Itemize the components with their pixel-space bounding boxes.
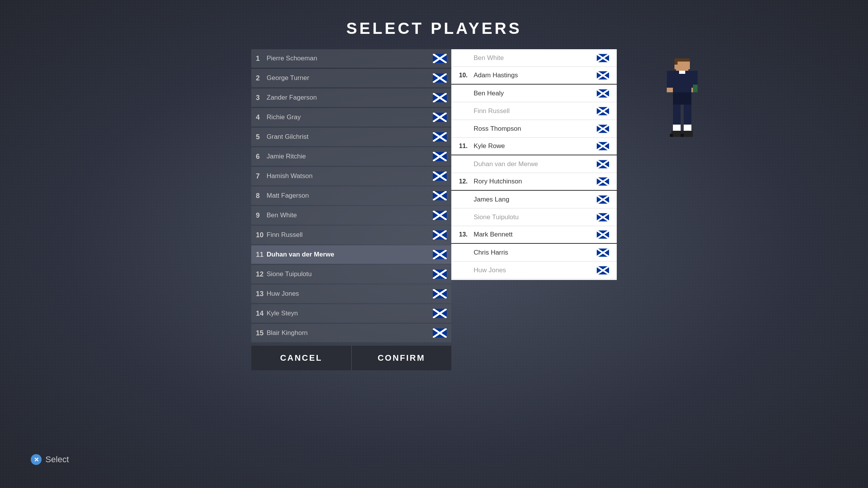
- row-name: Huw Jones: [267, 290, 433, 298]
- right-player-row[interactable]: Chris Harris: [451, 244, 617, 261]
- page-title: SELECT PLAYERS: [0, 0, 868, 38]
- row-name: Jamie Ritchie: [267, 153, 433, 160]
- scotland-flag-icon: [433, 289, 447, 298]
- player-name: Mark Bennett: [474, 231, 597, 238]
- scotland-flag-icon: [597, 107, 609, 115]
- row-number: 11: [256, 251, 267, 259]
- scotland-flag-icon: [433, 309, 447, 318]
- left-player-row[interactable]: 6 Jamie Ritchie: [251, 147, 451, 166]
- row-number: 2: [256, 74, 267, 82]
- left-player-row[interactable]: 1 Pierre Schoeman: [251, 49, 451, 68]
- row-name: Finn Russell: [267, 231, 433, 239]
- right-player-row[interactable]: Sione Tuipulotu: [451, 208, 617, 226]
- left-player-row[interactable]: 2 George Turner: [251, 69, 451, 87]
- scotland-flag-icon: [433, 270, 447, 279]
- svg-rect-160: [693, 85, 698, 92]
- position-number: 10.: [459, 72, 474, 79]
- scotland-flag-icon: [433, 230, 447, 240]
- player-name: Ben Healy: [474, 90, 597, 97]
- hint-label: Select: [45, 455, 69, 465]
- scotland-flag-icon: [597, 142, 609, 150]
- left-player-row[interactable]: 15 Blair Kinghorn: [251, 324, 451, 342]
- position-number: 13.: [459, 231, 474, 238]
- row-number: 5: [256, 133, 267, 141]
- position-number: 12.: [459, 178, 474, 185]
- scotland-flag-icon: [433, 191, 447, 200]
- svg-rect-166: [671, 131, 682, 137]
- player-name: Duhan van der Merwe: [474, 160, 597, 168]
- svg-rect-162: [673, 105, 681, 126]
- svg-rect-158: [667, 88, 673, 92]
- row-name: Hamish Watson: [267, 172, 433, 180]
- row-name: Kyle Steyn: [267, 310, 433, 317]
- svg-rect-154: [673, 71, 691, 92]
- scotland-flag-icon: [597, 177, 609, 186]
- row-number: 4: [256, 113, 267, 122]
- left-player-row[interactable]: 12 Sione Tuipulotu: [251, 265, 451, 283]
- row-name: Pierre Schoeman: [267, 55, 433, 62]
- scotland-flag-icon: [597, 89, 609, 98]
- right-player-list[interactable]: Ben White 10. Adam Hastings Ben Healy Fi…: [451, 49, 617, 280]
- scotland-flag-icon: [597, 160, 609, 168]
- scotland-flag-icon: [597, 54, 609, 62]
- left-player-row[interactable]: 7 Hamish Watson: [251, 167, 451, 185]
- right-player-row[interactable]: Huw Jones: [451, 261, 617, 279]
- right-player-row[interactable]: 11. Kyle Rowe: [451, 138, 617, 155]
- left-player-row[interactable]: 5 Grant Gilchrist: [251, 128, 451, 146]
- right-player-row[interactable]: Ben Healy: [451, 85, 617, 102]
- row-number: 8: [256, 192, 267, 200]
- scotland-flag-icon: [433, 93, 447, 102]
- row-number: 6: [256, 153, 267, 161]
- scotland-flag-icon: [433, 113, 447, 122]
- left-player-row[interactable]: 8 Matt Fagerson: [251, 187, 451, 205]
- scotland-flag-icon: [597, 125, 609, 133]
- scotland-flag-icon: [433, 152, 447, 161]
- right-player-row[interactable]: 10. Adam Hastings: [451, 67, 617, 85]
- row-name: Blair Kinghorn: [267, 329, 433, 337]
- row-name: Zander Fagerson: [267, 94, 433, 102]
- right-player-row[interactable]: 14. Sean Maitland: [451, 279, 617, 280]
- svg-rect-161: [673, 92, 691, 105]
- row-number: 9: [256, 212, 267, 220]
- row-name: George Turner: [267, 74, 433, 82]
- left-player-row[interactable]: 4 Richie Gray: [251, 108, 451, 127]
- scotland-flag-icon: [433, 54, 447, 63]
- left-player-row[interactable]: 10 Finn Russell: [251, 226, 451, 244]
- scotland-flag-icon: [597, 248, 609, 257]
- row-number: 13: [256, 290, 267, 298]
- cancel-button[interactable]: CANCEL: [251, 346, 351, 370]
- scotland-flag-icon: [433, 172, 447, 181]
- svg-rect-153: [674, 58, 678, 65]
- row-number: 15: [256, 329, 267, 337]
- right-player-row[interactable]: Finn Russell: [451, 102, 617, 120]
- player-name: Huw Jones: [474, 266, 597, 274]
- bottom-hint: ✕ Select: [31, 454, 69, 465]
- right-player-row[interactable]: Ross Thompson: [451, 120, 617, 138]
- row-name: Richie Gray: [267, 113, 433, 121]
- confirm-button[interactable]: CONFIRM: [351, 346, 452, 370]
- scotland-flag-icon: [433, 73, 447, 83]
- left-player-list: 1 Pierre Schoeman 2 George Turner 3 Zand…: [251, 49, 451, 370]
- row-number: 10: [256, 231, 267, 239]
- player-name: Chris Harris: [474, 249, 597, 256]
- right-player-row[interactable]: Ben White: [451, 49, 617, 67]
- player-name: Ross Thompson: [474, 125, 597, 133]
- row-name: Grant Gilchrist: [267, 133, 433, 141]
- svg-rect-169: [681, 134, 684, 137]
- left-player-row[interactable]: 11 Duhan van der Merwe: [251, 245, 451, 264]
- right-player-row[interactable]: 13. Mark Bennett: [451, 226, 617, 244]
- player-name: Rory Hutchinson: [474, 178, 597, 185]
- svg-rect-168: [670, 134, 673, 137]
- left-player-row[interactable]: 3 Zander Fagerson: [251, 88, 451, 107]
- position-number: 11.: [459, 143, 474, 150]
- player-name: Adam Hastings: [474, 72, 597, 79]
- right-player-row[interactable]: Duhan van der Merwe: [451, 155, 617, 173]
- left-player-row[interactable]: 14 Kyle Steyn: [251, 304, 451, 323]
- left-player-row[interactable]: 13 Huw Jones: [251, 285, 451, 303]
- player-name: Ben White: [474, 54, 597, 62]
- left-player-row[interactable]: 9 Ben White: [251, 206, 451, 225]
- scotland-flag-icon: [433, 132, 447, 142]
- scotland-flag-icon: [597, 213, 609, 222]
- right-player-row[interactable]: 12. Rory Hutchinson: [451, 173, 617, 191]
- right-player-row[interactable]: James Lang: [451, 191, 617, 208]
